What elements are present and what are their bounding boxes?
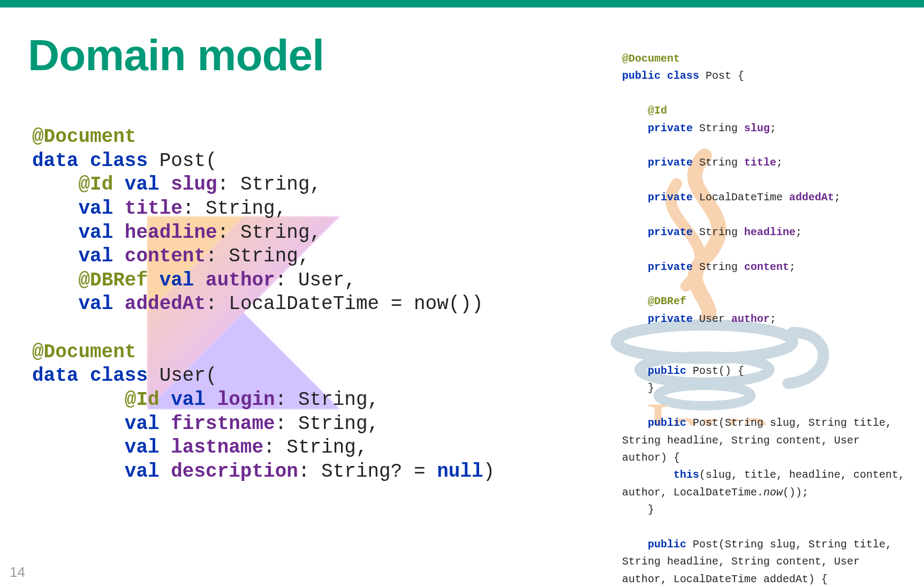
code-token <box>32 461 125 483</box>
code-token: public class <box>622 70 706 82</box>
code-token: title <box>125 198 183 220</box>
code-token <box>622 104 648 117</box>
code-token: } <box>648 382 654 394</box>
code-token: slug <box>744 122 770 134</box>
code-token: LocalDateTime <box>699 191 789 204</box>
java-code-block: @Document public class Post { @Id privat… <box>622 50 911 587</box>
code-token: @Id <box>78 174 124 195</box>
code-token: : String? = <box>298 461 437 483</box>
code-token: : String, <box>206 245 309 267</box>
code-token: String <box>699 261 744 273</box>
code-token: : String, <box>217 174 321 195</box>
code-token: val <box>78 222 124 244</box>
code-token: val <box>78 293 124 315</box>
code-token: lastname <box>171 437 263 458</box>
kotlin-code-block: @Document data class Post( @Id val slug:… <box>32 125 495 484</box>
code-token: title <box>744 156 776 169</box>
code-token: : String, <box>263 437 367 458</box>
code-token <box>32 413 125 435</box>
code-token <box>622 191 648 204</box>
code-token: @DBRef <box>648 295 686 307</box>
code-token: val <box>125 174 171 195</box>
code-token: public <box>648 417 693 429</box>
code-token: ) <box>483 461 495 483</box>
code-token: val <box>125 461 171 483</box>
code-token: content <box>125 245 206 267</box>
code-token <box>32 245 78 267</box>
code-token: description <box>171 461 298 483</box>
code-token <box>32 389 125 411</box>
code-token: data class <box>32 150 160 172</box>
code-token: addedAt <box>789 191 834 204</box>
slide: Domain model Java @Document data class P… <box>0 0 924 587</box>
code-token: : String, <box>275 389 379 411</box>
code-token: firstname <box>171 413 275 435</box>
code-token: ; <box>776 156 783 169</box>
code-token: val <box>125 413 171 435</box>
code-token: data class <box>32 365 160 387</box>
code-token: User( <box>160 365 217 387</box>
code-token: String <box>699 226 744 238</box>
code-token: private <box>648 261 699 273</box>
code-token: val <box>160 269 206 291</box>
code-token: ()); <box>783 486 808 499</box>
code-token <box>32 269 78 291</box>
code-token: @Id <box>648 104 667 117</box>
code-token: private <box>648 313 699 325</box>
code-token: ; <box>834 191 840 204</box>
code-token: : String, <box>275 413 379 435</box>
code-token: val <box>78 245 124 267</box>
code-token: ; <box>796 226 802 238</box>
code-token: val <box>78 198 124 220</box>
code-token: private <box>648 156 699 169</box>
code-token: this <box>673 469 699 481</box>
slide-title: Domain model <box>28 30 324 80</box>
code-token: headline <box>125 222 217 244</box>
code-token: content <box>744 261 789 273</box>
code-token <box>32 437 125 458</box>
code-token <box>32 174 78 195</box>
code-token: slug <box>171 174 217 195</box>
code-token <box>622 503 648 516</box>
code-token: val <box>171 389 217 411</box>
code-token <box>622 469 673 481</box>
code-token: : String, <box>183 198 286 220</box>
code-token: val <box>125 437 171 458</box>
code-token: @Document <box>32 126 136 148</box>
code-token <box>622 313 648 325</box>
code-token <box>622 538 648 551</box>
code-token: private <box>648 122 699 134</box>
code-token <box>622 156 648 169</box>
code-token: addedAt <box>125 293 206 315</box>
code-token: Post { <box>706 70 744 82</box>
code-token: User <box>699 313 731 325</box>
code-token <box>32 293 78 315</box>
code-token: public <box>648 365 693 377</box>
code-token: String <box>699 122 744 134</box>
code-token <box>622 382 648 394</box>
code-token <box>32 198 78 220</box>
code-token: } <box>648 503 654 516</box>
code-token: author <box>206 269 275 291</box>
code-token <box>622 226 648 238</box>
code-token: private <box>648 191 699 204</box>
code-token: login <box>217 389 275 411</box>
code-token: : LocalDateTime = now()) <box>206 293 483 315</box>
code-token: now <box>763 486 783 499</box>
code-token: null <box>437 461 483 483</box>
code-token <box>32 222 78 244</box>
code-token: private <box>648 226 699 238</box>
code-token <box>622 295 648 307</box>
code-token: public <box>648 538 693 551</box>
page-number: 14 <box>10 564 25 581</box>
code-token: @Id <box>125 389 171 411</box>
code-token: ; <box>770 122 776 134</box>
code-token: String <box>699 156 744 169</box>
code-token: headline <box>744 226 796 238</box>
code-token: @Document <box>622 52 680 65</box>
code-token <box>622 365 648 377</box>
code-token: : User, <box>275 269 356 291</box>
code-token: Post() { <box>693 365 744 377</box>
code-token: ; <box>770 313 776 325</box>
code-token: @DBRef <box>78 269 159 291</box>
